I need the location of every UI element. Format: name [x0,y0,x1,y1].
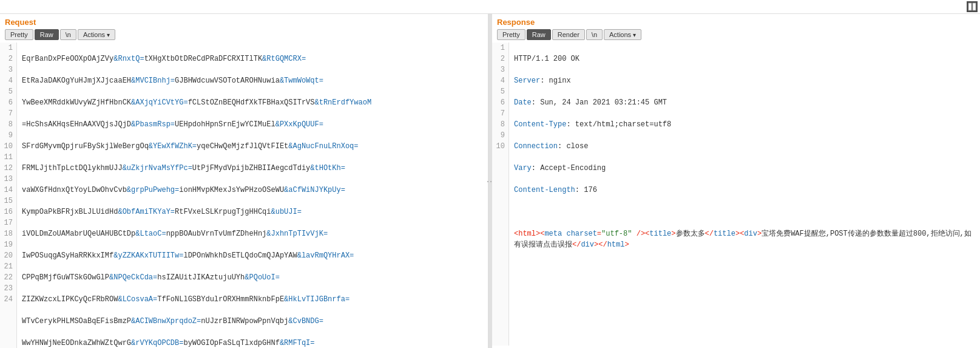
req-line-7: vaWXGfHdnxQtYoyLDwOhvCvb&grpPuPwehg=ionH… [22,185,483,196]
req-line-11: CPPqBMjfGuWTSkGOwGlP&NPQeCkCda=hsIZAUitJ… [22,272,483,283]
req-line-10: IwPOSuqgASyHaRRKkxIMf&yZZKAKxTUTIITw=lDP… [22,250,483,261]
response-panel: Response Pretty Raw Render \n Actions 1 … [492,14,980,348]
split-view-icon[interactable] [967,1,978,12]
res-line-6: Vary: Accept-Encoding [514,163,975,174]
top-bar [0,0,980,14]
req-line-13: WTvCerykPHLMSOaBqEFisBmzP&ACIWBnwXprqdoZ… [22,316,483,327]
req-line-8: KympOaPkBFRjxBLJLUidHd&ObfAmiTKYaY=RtFVx… [22,206,483,217]
response-tab-bar: Pretty Raw Render \n Actions [497,29,975,40]
response-content: 1 2 3 4 5 6 7 8 9 10 HTTP/1.1 200 OK Ser… [492,40,980,348]
response-actions-button[interactable]: Actions [604,29,641,40]
request-code-area: 1 2 3 4 5 6 7 8 9 10 11 12 13 14 15 16 1 [0,43,488,348]
response-tab-raw[interactable]: Raw [527,29,551,40]
req-line-9: iVOLDmZoUAMabrUQeUAHUBCtDp&LtaoC=nppBOAu… [22,228,483,239]
svg-rect-1 [973,3,976,10]
response-code-area: 1 2 3 4 5 6 7 8 9 10 HTTP/1.1 200 OK Ser… [492,43,980,346]
response-panel-header: Response Pretty Raw Render \n Actions [492,14,980,40]
req-line-14: WwYHNWjNeEODnkaZWhWZtQwrG&rVYKqOPCDB=byW… [22,338,483,348]
response-tab-newline[interactable]: \n [586,29,603,40]
response-code-content: HTTP/1.1 200 OK Server: nginx Date: Sun,… [509,43,980,346]
res-line-10 [514,261,975,272]
svg-rect-0 [968,3,972,10]
req-line-1: EqrBanDxPFeOOXpOAjZVy&RnxtQ=tXHgXtbOtDRe… [22,53,483,64]
request-tab-newline[interactable]: \n [60,29,76,40]
res-line-7: Content-Length: 176 [514,185,975,196]
request-panel-title: Request [5,18,483,27]
request-content: 1 2 3 4 5 6 7 8 9 10 11 12 13 14 15 16 1 [0,40,488,348]
res-line-4: Content-Type: text/html;charset=utf8 [514,119,975,130]
req-line-6: FRMLJjthTpLctDQlykhmUJJ&uZkjrNvaMsYfPc=U… [22,163,483,174]
req-line-12: ZIZKWzcxLIPKCyQcFRbROW&LCosvaA=TfFoNLlGS… [22,294,483,305]
request-panel: Request Pretty Raw \n Actions 1 2 3 4 5 … [0,14,488,348]
res-line-8 [514,206,975,217]
req-line-2: EtRaJaDAKOgYuHJmjXJjcaaEH&MVCIBnhj=GJBHW… [22,75,483,86]
response-panel-title: Response [497,18,975,27]
response-line-numbers: 1 2 3 4 5 6 7 8 9 10 [492,43,509,346]
request-tab-raw[interactable]: Raw [35,29,59,40]
req-line-3: YwBeeXMRddkWUvyWZjHfHbnCK&AXjqYiCVtYG=fC… [22,97,483,108]
response-tab-render[interactable]: Render [552,29,585,40]
request-tab-pretty[interactable]: Pretty [5,29,33,40]
req-line-5: SFrdGMyvmQpjruFBySkjlWeBergOq&YEwXfWZhK=… [22,141,483,152]
request-tab-bar: Pretty Raw \n Actions [5,29,483,40]
request-panel-header: Request Pretty Raw \n Actions [0,14,488,40]
response-tab-pretty[interactable]: Pretty [497,29,525,40]
request-code-content: EqrBanDxPFeOOXpOAjZVy&RnxtQ=tXHgXtbOtDRe… [17,43,488,348]
res-line-5: Connection: close [514,141,975,152]
request-actions-button[interactable]: Actions [78,29,115,40]
res-line-2: Server: nginx [514,75,975,86]
request-line-numbers: 1 2 3 4 5 6 7 8 9 10 11 12 13 14 15 16 1 [0,43,17,348]
res-line-9: <html><meta charset="utf-8" /><title>参数太… [514,228,975,250]
res-line-3: Date: Sun, 24 Jan 2021 03:21:45 GMT [514,97,975,108]
res-line-1: HTTP/1.1 200 OK [514,53,975,64]
req-line-4: =HcShsAKHqsEHnAAXVQjsJQjD&PbasmRsp=UEHpd… [22,119,483,130]
